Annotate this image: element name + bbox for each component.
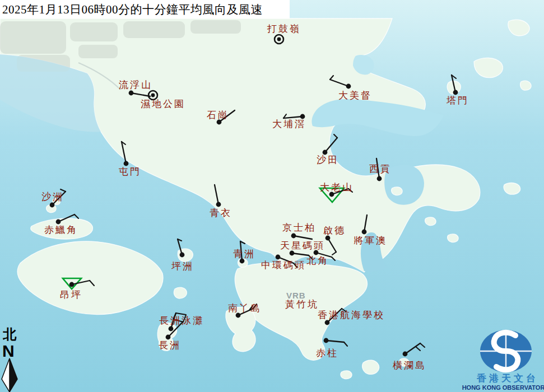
island-hei-ling-chau [174, 287, 187, 298]
station-dot [291, 234, 296, 239]
station-label: 長洲 [159, 340, 181, 351]
compass-label-north-en: N [2, 342, 15, 360]
station-label: 流浮山 [119, 80, 152, 90]
station-label: 大老山 [320, 182, 354, 193]
calm-wind-dot [151, 94, 155, 97]
station-dot [290, 251, 295, 256]
station-label: 北角 [306, 255, 329, 266]
station-label: 京士柏 [282, 222, 316, 233]
station-label: 昂坪 [60, 290, 82, 300]
station-label: 南丫島 [228, 303, 262, 314]
station-label: 打鼓嶺 [267, 24, 301, 34]
station-label: 黃竹坑 [285, 299, 319, 310]
station-dot [169, 326, 174, 332]
island-se-1 [425, 217, 436, 226]
station-dot [324, 338, 329, 343]
station-dot [276, 255, 281, 260]
title-bar: 2025年1月13日06時00分的十分鐘平均風向及風速 [0, 0, 290, 18]
station-label: 屯門 [119, 166, 141, 177]
station-label: 沙田 [317, 155, 339, 165]
station-label: 濕地公園 [141, 99, 185, 109]
island-po-toi [362, 360, 379, 374]
station-dot [453, 90, 458, 95]
station-label: 啟德 [323, 225, 346, 236]
station-dot [216, 202, 221, 207]
island-east-1 [504, 183, 520, 195]
map-title: 2025年1月13日06時00分的十分鐘平均風向及風速 [0, 2, 263, 17]
station-label: 香港航海學校 [318, 310, 385, 320]
island-south-small [341, 371, 352, 379]
station-dot [325, 320, 330, 325]
station-label: 坪洲 [171, 261, 194, 272]
station-dot [180, 253, 185, 258]
station-dot [362, 230, 367, 235]
station-label: 塔門 [446, 95, 469, 106]
station-dot [346, 84, 351, 89]
station-dot [124, 161, 129, 166]
station-label: 大美督 [338, 90, 372, 101]
station-label: 橫瀾島 [393, 360, 426, 371]
island-se-2 [448, 234, 458, 242]
station-label: 青洲 [233, 249, 255, 259]
station-dot [56, 220, 61, 225]
station-dot [50, 203, 55, 208]
station-dot [377, 176, 382, 181]
calm-wind-dot [277, 38, 281, 41]
station-label: 長洲泳灘 [159, 315, 204, 326]
station-label: 赤柱 [316, 348, 338, 358]
station-dot [69, 282, 75, 287]
station-label: 石崗 [207, 110, 229, 120]
hko-logo-name-zh: 香港天文台 [476, 373, 538, 384]
station-dot [166, 335, 171, 340]
island-ne-3 [520, 81, 531, 90]
station-dot [129, 91, 134, 96]
hko-logo-name-en: HONG KONG OBSERVATORY [462, 384, 544, 391]
station-label: 大埔滘 [272, 119, 306, 129]
station-label: 赤鱲角 [44, 225, 78, 235]
island-kau-sai [392, 187, 402, 195]
station-label: 中環碼頭 [261, 260, 306, 270]
station-label: 沙洲 [41, 192, 64, 202]
station-label: 青衣 [210, 208, 232, 218]
station-label: 天星碼頭 [280, 240, 325, 251]
station-label: 西貢 [369, 164, 392, 174]
hong-kong-map: 打鼓嶺流浮山濕地公園石崗大埔滘大美督塔門沙田西貢屯門沙洲赤鱲角青衣大老山京士柏啟… [0, 0, 544, 392]
station-label: 將軍澳 [354, 235, 387, 246]
compass-label-north-zh: 北 [2, 327, 17, 342]
station-dot [326, 236, 331, 241]
station-dot [403, 352, 408, 357]
station-dot [314, 250, 319, 255]
wind-map-screenshot: 打鼓嶺流浮山濕地公園石崗大埔滘大美督塔門沙田西貢屯門沙洲赤鱲角青衣大老山京士柏啟… [0, 0, 544, 392]
